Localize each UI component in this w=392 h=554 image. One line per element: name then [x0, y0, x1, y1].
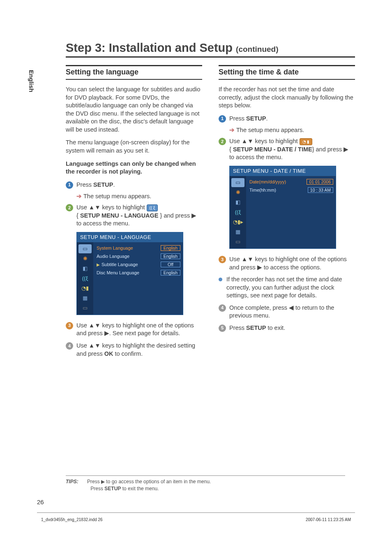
lang-s1-sub: ➔The setup menu appears.: [76, 193, 202, 199]
step-bullet-4: 4: [219, 304, 226, 312]
dt-s1-sub-text: The setup menu appears.: [236, 127, 304, 133]
dt-step-3: 3 Use ▲▼ keys to highlight one of the op…: [219, 255, 355, 271]
step-bullet-3: 3: [219, 256, 226, 263]
setup-menu-datetime: SETUP MENU - DATE / TIME ▭ ✺ ◧ ((ξ ◔▮▶ ▦…: [229, 166, 336, 249]
dt-bullet: If the recorder has not set the time and…: [219, 276, 355, 300]
dt-s1-a: Press: [229, 115, 246, 122]
menu-row-val: Off: [161, 262, 180, 267]
step-bullet-2: 2: [219, 138, 226, 145]
sidebar-icon-2: ✺: [78, 254, 92, 263]
lang-s1-a: Press: [76, 181, 93, 188]
sidebar-icon-6: ▦: [231, 227, 244, 236]
menu-dt-rows: Date(mm/dd/yyyy) 01 01 2006 Time(hh:mm) …: [246, 176, 336, 248]
bullet-icon: [219, 278, 222, 281]
sidebar-icon-3: ◧: [231, 198, 244, 207]
dt-s1-sub: ➔The setup menu appears.: [229, 127, 355, 133]
columns: Setting the language You can select the …: [66, 65, 355, 362]
menu-row-label: Audio Language: [97, 254, 129, 259]
lang-step-4: 4 Use ▲▼ keys to highlight the desired s…: [66, 342, 202, 358]
lang-p2: The menu language (on-screen display) fo…: [66, 139, 202, 155]
lang-p3-bold: Language settings can only be changed wh…: [66, 160, 202, 176]
lang-s4-b: OK: [104, 350, 113, 357]
tips-label: TIPS:: [66, 479, 78, 484]
lang-s2-c: SETUP MENU - LANGUAGE: [80, 212, 159, 219]
dt-s2-a: Use ▲▼ keys to highlight: [229, 138, 300, 144]
arrow-icon: ➔: [76, 193, 82, 199]
dt-s5-b: SETUP: [246, 325, 266, 331]
lang-step-3: 3 Use ▲▼ keys to highlight one of the op…: [66, 322, 202, 338]
left-column: Setting the language You can select the …: [66, 65, 202, 362]
tips-line2-b: SETUP: [104, 486, 121, 491]
dt-s4: Once complete, press ◀ to return to the …: [229, 304, 355, 320]
dt-p1: If the recorder has not set the time and…: [219, 86, 355, 110]
sidebar-icon-6: ▦: [78, 294, 92, 303]
menu-row-val: 01 01 2006: [307, 179, 333, 185]
lang-s4-c: to confirm.: [113, 350, 143, 357]
menu-lang-sidebar: ▭ ✺ ◧ ((ξ ◔▮ ▦ ▭: [77, 242, 93, 315]
arrow-icon: ➔: [229, 127, 235, 133]
setup-menu-language: SETUP MENU - LANGUAGE ▭ ✺ ◧ ((ξ ◔▮ ▦ ▭ S…: [76, 232, 183, 315]
section-heading-language: Setting the language: [66, 65, 202, 80]
step-bullet-4: 4: [66, 342, 73, 350]
menu-row-subtitle-lang: ▶Subtitle Language Off: [97, 260, 180, 269]
footer-left: 1_dvdr3455h_eng_21832.indd 26: [41, 517, 103, 522]
menu-row-time: Time(hh:mm) 10 : 33 AM: [249, 186, 333, 194]
sidebar-icon-3: ◧: [78, 264, 92, 273]
menu-row-disc-lang: Disc Menu Language English: [97, 269, 180, 277]
dt-s5-a: Press: [229, 325, 246, 331]
title-continued: (continued): [236, 45, 278, 53]
tips-footer: TIPS: Press ▶ to go access the options o…: [66, 475, 345, 492]
sidebar-icon-4: ((ξ: [231, 208, 244, 217]
lang-p1: You can select the language for subtitle…: [66, 86, 202, 134]
lang-s1-c: .: [113, 181, 115, 188]
step-bullet-1: 1: [219, 115, 226, 123]
menu-dt-sidebar: ▭ ✺ ◧ ((ξ ◔▮▶ ▦ ▭: [230, 176, 246, 248]
title-text: Step 3: Installation and Setup: [66, 41, 233, 54]
page-title: Step 3: Installation and Setup (continue…: [66, 41, 355, 55]
menu-row-val: English: [161, 270, 180, 276]
dt-s1-c: .: [266, 115, 267, 122]
sidebar-icon-4: ((ξ: [78, 274, 92, 283]
sidebar-icon-7: ▭: [231, 237, 244, 246]
menu-row-date: Date(mm/dd/yyyy) 01 01 2006: [249, 178, 333, 186]
menu-row-label: Disc Menu Language: [97, 270, 139, 275]
dt-step-5: 5 Press SETUP to exit.: [219, 324, 355, 332]
highlight-icon: (( ξ: [147, 204, 158, 212]
sidebar-icon-2: ✺: [231, 188, 244, 197]
title-rule: [66, 56, 355, 58]
sidebar-icon-5: ◔▮: [78, 284, 92, 293]
footer-right: 2007-06-11 11:23:25 AM: [306, 517, 351, 522]
lang-s1-sub-text: The setup menu appears.: [83, 193, 151, 199]
menu-lang-rows: System Language English Audio Language E…: [93, 242, 183, 315]
menu-row-label: Subtitle Language: [101, 262, 138, 267]
menu-dt-title: SETUP MENU - DATE / TIME: [230, 166, 336, 176]
menu-row-val: English: [161, 245, 180, 251]
dt-step-2: 2 Use ▲▼ keys to highlight ◔ ▮ { SETUP M…: [219, 137, 355, 162]
menu-row-label: System Language: [97, 246, 133, 250]
sidebar-icon-1: ▭: [78, 244, 92, 253]
highlight-icon: ◔ ▮: [300, 138, 313, 146]
menu-row-val: 10 : 33 AM: [308, 187, 333, 193]
menu-row-label: Date(mm/dd/yyyy): [249, 179, 286, 184]
lang-s2-a: Use ▲▼ keys to highlight: [76, 204, 147, 211]
sidebar-icon-5: ◔▮▶: [231, 218, 244, 227]
bottom-rule: [37, 512, 355, 513]
tips-line2-a: Press: [90, 486, 104, 491]
menu-row-audio-lang: Audio Language English: [97, 252, 180, 260]
dt-step-1: 1 Press SETUP.: [219, 115, 355, 123]
dt-s1-b: SETUP: [246, 115, 266, 122]
language-tab: English: [28, 70, 35, 92]
section-heading-datetime: Setting the time & date: [219, 65, 355, 80]
lang-s1-b: SETUP: [93, 181, 113, 188]
menu-row-system-lang: System Language English: [97, 244, 180, 252]
sidebar-icon-1: ▭: [231, 178, 244, 187]
step-bullet-5: 5: [219, 325, 226, 332]
lang-step-1: 1 Press SETUP.: [66, 181, 202, 189]
tips-line2-c: to exit the menu.: [121, 486, 159, 491]
lang-step-2: 2 Use ▲▼ keys to highlight (( ξ { SETUP …: [66, 204, 202, 228]
tips-line1: Press ▶ to go access the options of an i…: [87, 479, 211, 484]
lang-s3: Use ▲▼ keys to highlight one of the opti…: [76, 322, 202, 338]
dt-step-4: 4 Once complete, press ◀ to return to th…: [219, 304, 355, 320]
right-column: Setting the time & date If the recorder …: [219, 65, 355, 362]
sidebar-icon-7: ▭: [78, 304, 92, 313]
